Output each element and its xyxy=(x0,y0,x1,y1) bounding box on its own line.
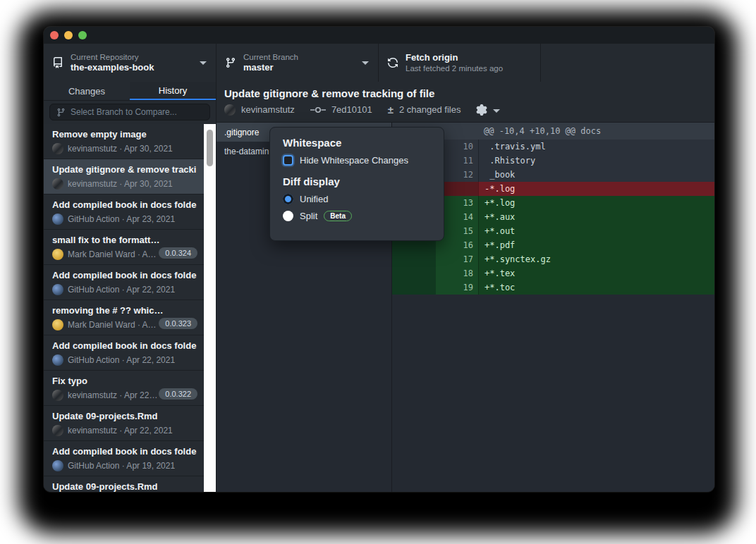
fetch-origin-button[interactable]: Fetch origin Last fetched 2 minutes ago xyxy=(379,44,541,82)
fetch-label: Fetch origin xyxy=(406,52,503,63)
version-badge: 0.0.324 xyxy=(159,247,197,259)
commit-item-title: small fix to the formatt… xyxy=(52,235,197,245)
commit-item-title: Update 09-projects.Rmd xyxy=(52,411,197,421)
titlebar xyxy=(44,27,714,44)
commit-item-meta: kevinamstutz · Apr 30, 2021 xyxy=(68,144,173,154)
chevron-down-icon xyxy=(362,61,369,65)
avatar xyxy=(52,460,63,471)
old-line-number xyxy=(392,266,436,280)
commit-list-item[interactable]: Remove empty image kevinamstutz · Apr 30… xyxy=(44,124,204,159)
sidebar-tabs: Changes History xyxy=(44,82,216,101)
file-name: the-datamin xyxy=(224,147,269,156)
repo-icon xyxy=(52,57,63,68)
avatar xyxy=(52,319,63,330)
hide-whitespace-label: Hide Whitespace Changes xyxy=(300,155,408,166)
avatar xyxy=(52,284,63,295)
unified-radio[interactable] xyxy=(283,194,293,204)
old-line-number xyxy=(392,252,436,266)
commit-header: Update gitignore & remove tracking of fi… xyxy=(217,82,714,123)
commit-item-title: Remove empty image xyxy=(52,129,197,140)
github-desktop-window: Current Repository the-examples-book Cur… xyxy=(44,27,714,492)
split-label: Split xyxy=(300,211,317,221)
diff-line-text: _book xyxy=(478,168,714,182)
commit-item-title: Update gitignore & remove tracki… xyxy=(52,164,197,175)
commit-list-item[interactable]: Update 09-projects.Rmd kevinamstutz · Ap… xyxy=(44,406,204,441)
avatar xyxy=(52,354,63,366)
commit-list-item[interactable]: Add compiled book in docs folder. GitHub… xyxy=(44,194,204,230)
commit-title: Update gitignore & remove tracking of fi… xyxy=(224,87,714,99)
toolbar: Current Repository the-examples-book Cur… xyxy=(44,44,714,82)
commit-item-title: Fix typo xyxy=(52,376,197,386)
new-line-number: 16 xyxy=(436,238,478,252)
current-repository-dropdown[interactable]: Current Repository the-examples-book xyxy=(44,44,217,82)
branch-name: master xyxy=(243,62,298,73)
commit-list-item[interactable]: removing the # ?? whic… Mark Daniel Ward… xyxy=(44,300,204,335)
branch-label: Current Branch xyxy=(243,52,298,62)
commit-list-item[interactable]: Fix typo kevinamstutz · Apr 22… 0.0.322 xyxy=(44,371,204,406)
diff-display-heading: Diff display xyxy=(283,175,432,187)
branch-icon xyxy=(56,108,66,117)
diff-line-text: +*.log xyxy=(478,196,714,210)
unified-label: Unified xyxy=(300,194,328,204)
version-badge: 0.0.323 xyxy=(159,318,197,329)
commit-list-item[interactable]: Add compiled book in docs folder. GitHub… xyxy=(44,335,204,371)
commit-history-list: Remove empty image kevinamstutz · Apr 30… xyxy=(44,124,204,492)
chevron-down-icon xyxy=(200,61,207,65)
commit-list-item[interactable]: Add compiled book in docs folder. GitHub… xyxy=(44,265,204,300)
new-line-number: 19 xyxy=(436,280,478,295)
diff-line-text: +*.toc xyxy=(478,280,714,295)
avatar xyxy=(224,104,236,116)
avatar xyxy=(52,214,63,225)
minimize-window-button[interactable] xyxy=(64,31,73,39)
commit-list-item[interactable]: Add compiled book in docs folder. GitHub… xyxy=(44,441,204,476)
close-window-button[interactable] xyxy=(50,31,59,39)
split-radio[interactable] xyxy=(283,211,293,221)
sync-icon xyxy=(387,57,398,68)
file-name: .gitignore xyxy=(224,128,259,137)
tab-changes[interactable]: Changes xyxy=(44,82,130,100)
commit-item-title: Add compiled book in docs folder. xyxy=(52,270,197,280)
diff-line-text: -*.log xyxy=(478,182,714,196)
commit-item-meta: kevinamstutz · Apr 30, 2021 xyxy=(68,179,173,189)
commit-author: kevinamstutz xyxy=(241,104,295,115)
new-line-number: 17 xyxy=(436,252,478,266)
commit-hash: 7ed10101 xyxy=(331,104,372,115)
diff-line[interactable]: 19 +*.toc xyxy=(392,280,714,295)
branch-icon xyxy=(225,57,236,68)
commit-item-meta: kevinamstutz · Apr 22… xyxy=(68,390,157,400)
hide-whitespace-checkbox[interactable] xyxy=(283,155,293,166)
commit-item-title: Add compiled book in docs folder. xyxy=(52,446,197,457)
diff-line-text: .Rhistory xyxy=(478,154,714,168)
history-sidebar: Changes History Select Branch to Compare… xyxy=(44,82,217,492)
commit-item-title: Update 09-projects.Rmd xyxy=(52,481,197,492)
commit-item-meta: GitHub Action · Apr 22, 2021 xyxy=(68,355,175,365)
tab-history[interactable]: History xyxy=(130,82,216,100)
diff-options-popover: Whitespace Hide Whitespace Changes Diff … xyxy=(269,127,444,241)
avatar xyxy=(52,249,63,260)
diff-line-text: +*.pdf xyxy=(478,238,714,252)
chevron-down-icon[interactable] xyxy=(493,109,500,113)
avatar xyxy=(52,178,63,190)
avatar xyxy=(52,390,63,401)
commit-list-item[interactable]: Update gitignore & remove tracki… kevina… xyxy=(44,159,204,194)
diff-line[interactable]: 18 +*.tex xyxy=(392,266,714,280)
history-scrollbar[interactable] xyxy=(204,124,216,492)
diff-line-text: +*.out xyxy=(478,224,714,238)
commit-item-title: Add compiled book in docs folder. xyxy=(52,340,197,351)
commit-list-item[interactable]: Update 09-projects.Rmd xyxy=(44,476,204,492)
zoom-window-button[interactable] xyxy=(78,31,87,39)
commit-list-item[interactable]: small fix to the formatt… Mark Daniel Wa… xyxy=(44,230,204,265)
avatar xyxy=(52,425,63,436)
commit-item-meta: kevinamstutz · Apr 22, 2021 xyxy=(68,426,173,435)
new-line-number: 18 xyxy=(436,266,478,280)
commit-icon xyxy=(310,106,326,114)
compare-placeholder: Select Branch to Compare... xyxy=(71,107,177,117)
gear-icon[interactable] xyxy=(476,104,487,116)
branch-compare-input[interactable]: Select Branch to Compare... xyxy=(49,104,210,120)
old-line-number xyxy=(392,280,436,295)
avatar xyxy=(52,143,63,154)
current-branch-dropdown[interactable]: Current Branch master xyxy=(217,44,379,82)
diff-line[interactable]: 17 +*.synctex.gz xyxy=(392,252,714,266)
diff-line-text: +*.synctex.gz xyxy=(478,252,714,266)
scrollbar-thumb[interactable] xyxy=(207,130,213,166)
